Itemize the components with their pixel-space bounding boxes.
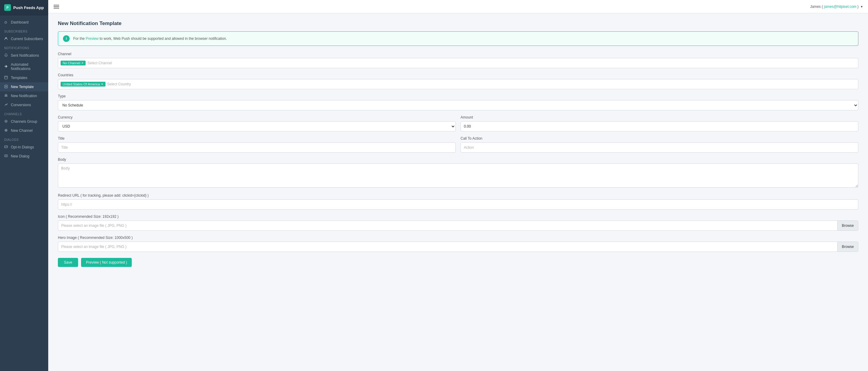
countries-section: Countries United States Of America × Sel… [58,73,858,89]
dashboard-icon [4,20,8,24]
user-dropdown-icon[interactable]: ▾ [861,4,863,9]
sidebar-nav: Dashboard Subscribers Current Subscriber… [0,16,48,371]
sidebar-item-channels-group[interactable]: Channels Group [0,117,48,126]
sidebar: P Push Feeds App Dashboard Subscribers C… [0,0,48,371]
user-suffix: ) [856,4,858,9]
country-tag-remove[interactable]: × [101,82,103,86]
logo-icon: P [4,4,11,11]
new-dialog-icon [4,154,8,159]
section-dialogs: Dialogs [0,135,48,143]
country-tag-label: United States Of America [63,82,100,86]
sidebar-item-new-dialog[interactable]: New Dialog [0,152,48,161]
countries-input[interactable]: United States Of America × Select Countr… [58,79,858,89]
icon-section: Icon ( Recommended Size: 192x192 ) Pleas… [58,215,858,231]
opt-in-icon [4,145,8,149]
content-area: New Notification Template i For the Prev… [48,13,868,371]
type-select[interactable]: No Schedule Scheduled Recurring [58,100,858,110]
sidebar-item-label: Current Subscribers [11,37,43,41]
body-label: Body [58,158,858,162]
svg-point-10 [6,121,7,122]
auto-icon [4,64,8,69]
sidebar-item-label: Opt-In Dialogs [11,145,34,149]
sidebar-item-templates[interactable]: Templates [0,73,48,82]
new-notification-icon [4,94,8,98]
amount-label: Amount [461,115,858,119]
title-input[interactable] [58,142,456,153]
sidebar-item-label: Channels Group [11,119,37,124]
channel-tag: No Channel × [61,61,86,65]
sidebar-item-dashboard[interactable]: Dashboard [0,18,48,27]
sidebar-item-conversions[interactable]: Conversions [0,101,48,110]
redirect-input[interactable] [58,199,858,210]
sidebar-item-label: Conversions [11,103,31,107]
cta-input[interactable] [461,142,858,153]
svg-rect-2 [4,76,7,79]
cta-col: Call To Action [461,136,858,153]
new-template-icon [4,85,8,89]
channel-tag-label: No Channel [63,61,80,65]
app-name: Push Feeds App [13,5,44,10]
title-label: Title [58,136,456,141]
info-banner: i For the Preview to work, Web Push shou… [58,31,858,46]
menu-toggle[interactable] [54,5,59,8]
sidebar-item-label: Automated Notifications [11,62,44,71]
sidebar-item-label: New Channel [11,129,33,133]
currency-select[interactable]: USD EUR GBP [58,121,456,132]
hero-section: Hero Image ( Recommended Size: 1000x500 … [58,235,858,252]
sidebar-item-new-template[interactable]: New Template [0,82,48,91]
sidebar-item-automated-notifications[interactable]: Automated Notifications [0,60,48,73]
icon-file-placeholder: Please select an image file ( JPG, PNG ) [58,224,837,228]
title-cta-row: Title Call To Action [58,136,858,153]
info-text: For the Preview to work, Web Push should… [73,36,227,41]
topbar-left [54,5,59,8]
title-col: Title [58,136,456,153]
channels-group-icon [4,119,8,124]
currency-amount-row: Currency USD EUR GBP Amount [58,115,858,132]
sidebar-item-label: New Notification [11,94,37,98]
section-subscribers: Subscribers [0,27,48,34]
hero-browse-button[interactable]: Browse [837,242,858,252]
countries-label: Countries [58,73,858,77]
save-button[interactable]: Save [58,258,78,267]
button-row: Save Preview ( Not supported ) [58,258,858,267]
body-textarea[interactable] [58,164,858,188]
currency-col: Currency USD EUR GBP [58,115,456,132]
sidebar-item-label: New Template [11,85,34,89]
channel-placeholder: Select Channel [87,61,112,65]
template-icon [4,76,8,80]
section-channels: Channels [0,110,48,117]
currency-label: Currency [58,115,456,119]
channel-tag-remove[interactable]: × [82,61,84,65]
amount-input[interactable] [461,121,858,132]
user-name: James ( [810,4,824,9]
amount-col: Amount [461,115,858,132]
sidebar-item-label: Dashboard [11,20,29,24]
sidebar-item-label: Templates [11,76,27,80]
info-icon: i [63,35,70,42]
sidebar-item-opt-in-dialogs[interactable]: Opt-In Dialogs [0,143,48,152]
app-logo: P Push Feeds App [0,0,48,16]
user-email[interactable]: james@hitpixel.com [824,4,857,9]
conversions-icon [4,103,8,107]
page-title: New Notification Template [58,21,858,27]
sidebar-item-new-channel[interactable]: New Channel [0,126,48,135]
sidebar-item-current-subscribers[interactable]: Current Subscribers [0,34,48,44]
info-text-before: For the [73,36,86,41]
topbar: James ( james@hitpixel.com ) ▾ [48,0,868,13]
preview-link[interactable]: Preview [86,36,98,41]
cta-label: Call To Action [461,136,858,141]
hero-label: Hero Image ( Recommended Size: 1000x500 … [58,235,858,240]
topbar-user: James ( james@hitpixel.com ) ▾ [810,4,863,9]
sidebar-item-label: New Dialog [11,154,29,159]
sidebar-item-sent-notifications[interactable]: Sent Notifications [0,51,48,60]
icon-browse-button[interactable]: Browse [837,221,858,230]
type-label: Type [58,94,858,98]
hero-file-input: Please select an image file ( JPG, PNG )… [58,241,858,252]
preview-button[interactable]: Preview ( Not supported ) [81,258,132,267]
svg-marker-1 [4,65,7,68]
redirect-section: Redirect URL ( for tracking, please add:… [58,193,858,210]
sidebar-item-new-notification[interactable]: New Notification [0,91,48,101]
country-tag: United States Of America × [61,82,105,87]
main-wrapper: James ( james@hitpixel.com ) ▾ New Notif… [48,0,868,371]
channel-input[interactable]: No Channel × Select Channel [58,58,858,68]
